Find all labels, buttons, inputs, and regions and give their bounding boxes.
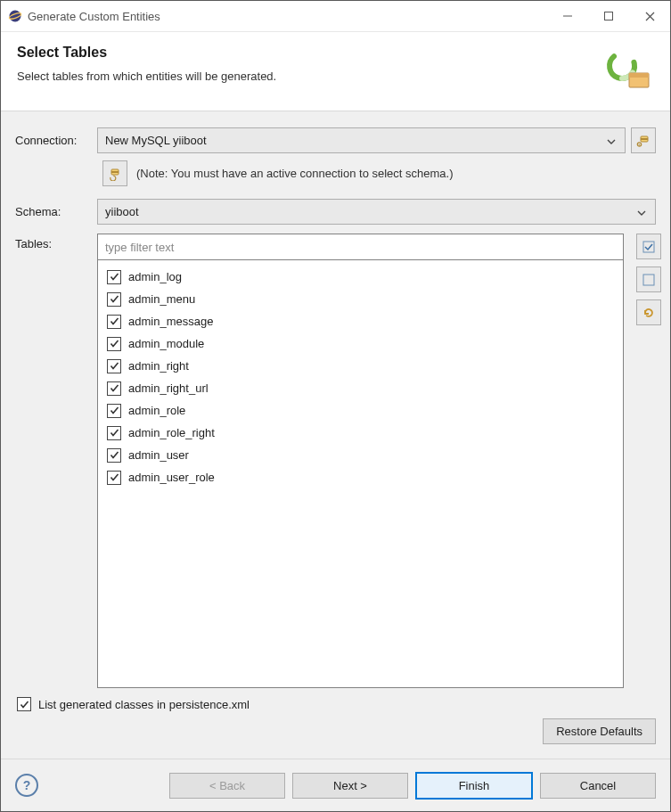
tables-list[interactable]: admin_logadmin_menuadmin_messageadmin_mo… bbox=[97, 260, 624, 688]
table-row[interactable]: admin_message bbox=[102, 310, 619, 332]
svg-rect-7 bbox=[629, 73, 649, 78]
svg-text:+: + bbox=[638, 141, 641, 146]
persist-checkbox[interactable] bbox=[17, 697, 31, 711]
connection-label: Connection: bbox=[15, 134, 97, 147]
reconnect-button[interactable] bbox=[102, 160, 127, 186]
deselect-all-button[interactable] bbox=[636, 267, 661, 292]
tables-section: Tables: admin_logadmin_menuadmin_message… bbox=[15, 234, 656, 688]
table-row[interactable]: admin_user_role bbox=[102, 466, 619, 488]
maximize-button[interactable] bbox=[588, 1, 629, 31]
table-name: admin_module bbox=[128, 337, 204, 350]
titlebar: Generate Custom Entities bbox=[1, 1, 670, 32]
table-name: admin_user bbox=[128, 448, 189, 462]
table-checkbox[interactable] bbox=[107, 315, 121, 329]
schema-combo[interactable]: yiiboot bbox=[97, 199, 656, 225]
restore-defaults-button[interactable]: Restore Defaults bbox=[543, 718, 656, 744]
wizard-body: Connection: New MySQL yiiboot + bbox=[1, 111, 670, 759]
svg-rect-14 bbox=[643, 242, 654, 252]
table-checkbox[interactable] bbox=[107, 404, 121, 418]
table-row[interactable]: admin_role bbox=[102, 399, 619, 422]
next-button[interactable]: Next > bbox=[292, 773, 408, 799]
table-name: admin_log bbox=[128, 270, 182, 283]
table-checkbox[interactable] bbox=[107, 359, 121, 373]
finish-button[interactable]: Finish bbox=[415, 772, 533, 800]
table-name: admin_user_role bbox=[128, 471, 215, 484]
dialog-window: Generate Custom Entities Select Tables S… bbox=[0, 0, 671, 812]
close-button[interactable] bbox=[629, 1, 670, 31]
table-checkbox[interactable] bbox=[107, 337, 121, 351]
table-row[interactable]: admin_role_right bbox=[102, 422, 619, 444]
connection-note-row: (Note: You must have an active connectio… bbox=[102, 160, 656, 186]
schema-row: Schema: yiiboot bbox=[15, 199, 656, 225]
table-checkbox[interactable] bbox=[107, 292, 121, 307]
filter-input[interactable] bbox=[97, 234, 624, 260]
svg-rect-13 bbox=[111, 171, 119, 173]
tables-side-toolbar bbox=[631, 234, 656, 688]
svg-rect-3 bbox=[605, 12, 613, 21]
table-name: admin_menu bbox=[128, 292, 195, 306]
table-row[interactable]: admin_menu bbox=[102, 288, 619, 310]
table-row[interactable]: admin_user bbox=[102, 444, 619, 466]
add-connection-button[interactable]: + bbox=[631, 127, 656, 153]
connection-combo[interactable]: New MySQL yiiboot bbox=[97, 127, 626, 153]
table-name: admin_message bbox=[128, 315, 213, 328]
minimize-button[interactable] bbox=[547, 1, 588, 31]
table-name: admin_role bbox=[128, 404, 185, 417]
table-row[interactable]: admin_log bbox=[102, 266, 619, 288]
svg-rect-15 bbox=[643, 275, 654, 285]
eclipse-icon bbox=[8, 9, 22, 23]
back-button: < Back bbox=[169, 773, 285, 799]
table-row[interactable]: admin_module bbox=[102, 332, 619, 355]
tables-label: Tables: bbox=[15, 234, 97, 688]
page-title: Select Tables bbox=[17, 45, 597, 61]
table-checkbox[interactable] bbox=[107, 381, 121, 396]
table-checkbox[interactable] bbox=[107, 471, 121, 485]
wizard-header: Select Tables Select tables from which e… bbox=[1, 32, 670, 111]
table-checkbox[interactable] bbox=[107, 426, 121, 440]
chevron-down-icon bbox=[635, 205, 648, 218]
table-checkbox[interactable] bbox=[107, 270, 121, 284]
table-name: admin_right bbox=[128, 359, 189, 373]
page-subtitle: Select tables from which entities will b… bbox=[17, 70, 597, 83]
connection-row: Connection: New MySQL yiiboot + bbox=[15, 127, 656, 153]
help-button[interactable]: ? bbox=[15, 774, 38, 797]
table-name: admin_right_url bbox=[128, 381, 209, 395]
connection-note: (Note: You must have an active connectio… bbox=[136, 167, 454, 180]
schema-value: yiiboot bbox=[105, 205, 635, 218]
connection-value: New MySQL yiiboot bbox=[105, 134, 605, 147]
window-title: Generate Custom Entities bbox=[28, 10, 547, 23]
persist-row: List generated classes in persistence.xm… bbox=[15, 688, 656, 718]
persist-label: List generated classes in persistence.xm… bbox=[38, 698, 250, 711]
wizard-footer: ? < Back Next > Finish Cancel bbox=[1, 759, 670, 811]
schema-label: Schema: bbox=[15, 205, 97, 218]
table-row[interactable]: admin_right_url bbox=[102, 377, 619, 399]
table-name: admin_role_right bbox=[128, 426, 215, 439]
restore-row: Restore Defaults bbox=[15, 718, 656, 744]
select-all-button[interactable] bbox=[636, 234, 661, 259]
svg-rect-9 bbox=[641, 138, 648, 140]
table-row[interactable]: admin_right bbox=[102, 355, 619, 377]
wizard-icon bbox=[604, 45, 654, 94]
cancel-button[interactable]: Cancel bbox=[540, 773, 656, 799]
window-controls bbox=[547, 1, 670, 31]
table-checkbox[interactable] bbox=[107, 448, 121, 463]
refresh-tables-button[interactable] bbox=[636, 299, 661, 325]
chevron-down-icon bbox=[605, 134, 618, 147]
